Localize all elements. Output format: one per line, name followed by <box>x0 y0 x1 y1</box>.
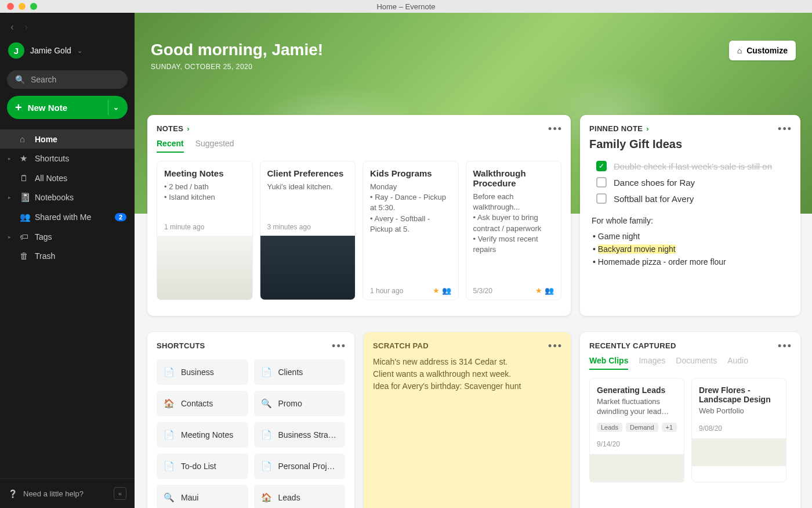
note-card[interactable]: Kids ProgramsMonday • Ray - Dance - Pick… <box>362 161 459 300</box>
scratch-text[interactable]: Micah's new address is 314 Cedar st. Cli… <box>373 356 561 392</box>
pinned-widget-more[interactable]: ••• <box>778 123 792 135</box>
tab-recent[interactable]: Recent <box>157 139 184 153</box>
nav-shared-with-me[interactable]: 👥Shared with Me2 <box>0 207 135 227</box>
recent-date: 9/14/20 <box>597 440 677 448</box>
greeting-title: Good morning, Jamie! <box>151 41 323 59</box>
shortcut-item[interactable]: 🏠Contacts <box>157 391 248 416</box>
home-icon: ⌂ <box>737 46 742 55</box>
badge: 2 <box>115 213 126 221</box>
shortcut-item[interactable]: 🔍Maui <box>157 485 248 508</box>
scratch-more[interactable]: ••• <box>548 340 563 352</box>
shortcut-label: Maui <box>181 493 198 502</box>
shortcut-item[interactable]: 📄Personal Proj… <box>254 453 346 479</box>
minimize-window[interactable] <box>19 3 26 10</box>
nav-notebooks[interactable]: ▸📓Notebooks <box>0 188 135 207</box>
shortcut-item[interactable]: 🔍Promo <box>254 391 346 416</box>
nav-icon: 🏷 <box>20 232 29 242</box>
avatar: J <box>8 42 24 59</box>
new-note-dropdown[interactable]: ⌄ <box>108 100 123 115</box>
pinned-list-item: Homemade pizza - order more flour <box>600 255 791 268</box>
tag-more: +1 <box>662 423 677 432</box>
nav-all-notes[interactable]: 🗒All Notes <box>0 168 135 188</box>
collapse-sidebar[interactable]: « <box>114 487 126 500</box>
shortcut-item[interactable]: 📄Clients <box>254 359 346 385</box>
checklist-label: Double check if last week's sale is stil… <box>614 161 772 171</box>
notes-widget-more[interactable]: ••• <box>548 123 563 135</box>
nav-home[interactable]: ⌂Home <box>0 129 135 149</box>
shortcut-icon: 📄 <box>164 461 174 471</box>
pinned-widget: PINNED NOTE› ••• Family Gift Ideas ✓Doub… <box>580 115 800 316</box>
scratch-widget[interactable]: SCRATCH PAD ••• Micah's new address is 3… <box>364 332 571 508</box>
recent-card[interactable]: Generating LeadsMarket fluctuations dwin… <box>589 378 684 482</box>
nav-label: Trash <box>35 251 55 261</box>
checklist-label: Softball bat for Avery <box>614 194 694 204</box>
shortcut-item[interactable]: 🏠Leads <box>254 485 346 508</box>
notes-widget-title[interactable]: NOTES› <box>157 124 190 133</box>
note-timestamp: 5/3/20 <box>473 287 492 295</box>
search-input[interactable]: 🔍 Search <box>7 70 128 89</box>
tab-web-clips[interactable]: Web Clips <box>589 356 628 370</box>
nav-icon: 👥 <box>20 212 29 222</box>
tab-suggested[interactable]: Suggested <box>195 139 234 153</box>
checkbox[interactable] <box>596 177 607 188</box>
nav-back[interactable]: ‹ <box>10 21 14 33</box>
tab-images[interactable]: Images <box>639 356 665 370</box>
tab-documents[interactable]: Documents <box>676 356 717 370</box>
shortcut-label: Clients <box>278 368 303 377</box>
note-card[interactable]: Walkthrough ProcedureBefore each walkthr… <box>466 161 562 300</box>
expand-icon: ▸ <box>8 194 14 200</box>
nav-forward[interactable]: › <box>24 21 28 33</box>
shortcut-item[interactable]: 📄To-do List <box>157 453 248 479</box>
user-name: Jamie Gold <box>30 46 71 55</box>
note-thumbnail <box>260 236 356 300</box>
plus-icon: + <box>15 102 22 113</box>
customize-button[interactable]: ⌂ Customize <box>729 41 796 60</box>
shortcut-label: Meeting Notes <box>181 430 233 439</box>
recent-date: 9/08/20 <box>699 424 779 433</box>
shortcut-icon: 🔍 <box>261 398 271 409</box>
nav-trash[interactable]: 🗑Trash <box>0 246 135 265</box>
pinned-widget-title[interactable]: PINNED NOTE› <box>589 124 649 133</box>
help-link[interactable]: ❔ Need a little help? <box>8 489 84 498</box>
nav-label: Tags <box>35 232 52 242</box>
recent-thumbnail <box>590 454 684 482</box>
titlebar: Home – Evernote <box>0 0 812 13</box>
nav-label: Home <box>35 135 57 144</box>
new-note-button[interactable]: + New Note ⌄ <box>7 96 128 119</box>
shortcut-icon: 📄 <box>261 461 271 471</box>
shortcut-item[interactable]: 📄Business <box>157 359 248 385</box>
help-label: Need a little help? <box>23 489 84 498</box>
checkbox[interactable]: ✓ <box>596 161 607 171</box>
fullscreen-window[interactable] <box>30 3 37 10</box>
account-menu[interactable]: J Jamie Gold ⌄ <box>0 38 135 63</box>
shortcut-label: To-do List <box>181 462 216 471</box>
nav-tags[interactable]: ▸🏷Tags <box>0 227 135 246</box>
nav-icon: 🗑 <box>20 251 29 261</box>
shortcuts-more[interactable]: ••• <box>332 340 346 352</box>
nav-list: ⌂Home▸★Shortcuts🗒All Notes▸📓Notebooks👥Sh… <box>0 129 135 265</box>
tab-audio[interactable]: Audio <box>727 356 748 370</box>
note-card[interactable]: Meeting Notes• 2 bed / bath • Island kit… <box>157 161 253 300</box>
window-title: Home – Evernote <box>376 2 435 11</box>
close-window[interactable] <box>7 3 14 10</box>
shortcut-icon: 📄 <box>261 430 271 440</box>
nav-label: Notebooks <box>35 193 74 202</box>
new-note-label: New Note <box>28 103 67 113</box>
shortcuts-title: SHORTCUTS <box>157 341 205 350</box>
note-timestamp: 3 minutes ago <box>267 223 311 231</box>
checkbox[interactable] <box>596 193 607 204</box>
shortcut-label: Business Stra… <box>278 430 336 439</box>
note-thumbnail <box>157 236 252 300</box>
star-icon: ★ <box>535 286 542 295</box>
shortcut-item[interactable]: 📄Business Stra… <box>254 422 346 448</box>
recent-more[interactable]: ••• <box>778 340 792 352</box>
note-card[interactable]: Client PreferencesYuki's ideal kitchen.3… <box>260 161 356 300</box>
nav-icon: ⌂ <box>20 134 29 144</box>
recent-card[interactable]: Drew Flores - Landscape DesignWeb Portfo… <box>691 378 786 482</box>
note-title: Walkthrough Procedure <box>473 168 554 188</box>
recent-title: RECENTLY CAPTURED <box>589 341 676 350</box>
shortcut-item[interactable]: 📄Meeting Notes <box>157 422 248 448</box>
pinned-list-item: Game night <box>600 230 791 243</box>
greeting-date: SUNDAY, OCTOBER 25, 2020 <box>151 63 323 71</box>
nav-shortcuts[interactable]: ▸★Shortcuts <box>0 149 135 168</box>
